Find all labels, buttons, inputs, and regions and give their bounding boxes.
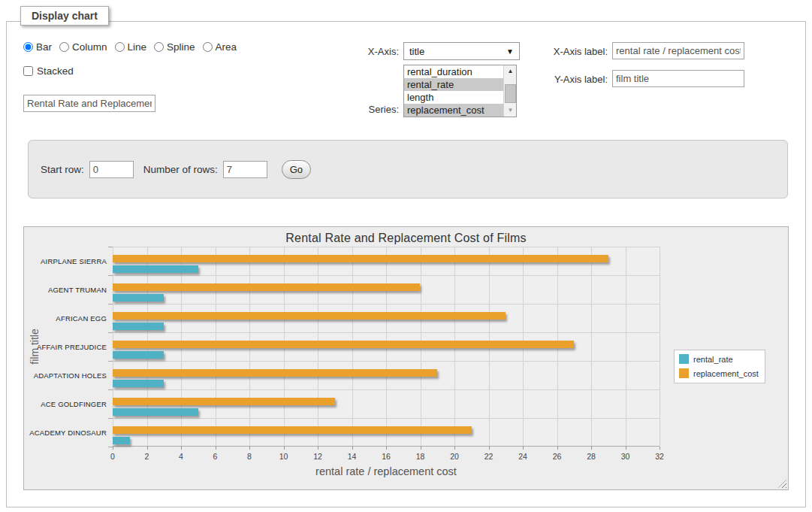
- x-axis-tick: [284, 447, 285, 450]
- series-options: rental_durationrental_ratelengthreplacem…: [404, 65, 503, 117]
- chart-title-input[interactable]: [23, 95, 155, 112]
- chart-type-label: Line: [128, 41, 147, 53]
- bar-rental_rate[interactable]: [113, 265, 198, 273]
- x-axis-tick-label: 0: [110, 452, 115, 461]
- x-axis-tick-label: 14: [348, 452, 357, 461]
- x-axis-select[interactable]: title ▼: [403, 42, 520, 60]
- x-axis-tick-label: 22: [484, 452, 494, 461]
- bar-replacement_cost[interactable]: [113, 341, 574, 348]
- series-option-length[interactable]: length: [404, 91, 503, 104]
- bar-replacement_cost[interactable]: [113, 369, 437, 377]
- x-axis-tick: [352, 447, 353, 450]
- stacked-option[interactable]: Stacked: [23, 65, 74, 77]
- category-label: AFFAIR PREJUDICE: [24, 332, 107, 361]
- y-axis-tick: [108, 275, 113, 276]
- bar-group-airplane-sierra: [113, 247, 660, 275]
- legend-item-rental_rate[interactable]: rental_rate: [679, 354, 759, 364]
- chart-type-radio-spline[interactable]: [154, 42, 164, 52]
- y-axis-label-caption: Y-Axis label:: [533, 74, 608, 85]
- bar-rental_rate[interactable]: [113, 294, 164, 301]
- go-button[interactable]: Go: [282, 160, 311, 179]
- x-axis-tick: [660, 447, 660, 450]
- x-axis-tick-label: 10: [279, 452, 288, 461]
- chart-type-spline[interactable]: Spline: [154, 41, 195, 53]
- bar-replacement_cost[interactable]: [113, 255, 608, 262]
- y-axis-label-input[interactable]: [612, 70, 744, 87]
- chart-type-radio-line[interactable]: [115, 42, 125, 52]
- series-scrollbar[interactable]: ▲ ▼: [503, 65, 516, 117]
- bar-rental_rate[interactable]: [113, 351, 164, 359]
- stacked-checkbox[interactable]: [23, 66, 33, 76]
- bar-rental_rate[interactable]: [113, 380, 164, 387]
- chart-type-radio-area[interactable]: [203, 42, 213, 52]
- legend-item-replacement_cost[interactable]: replacement_cost: [679, 368, 759, 378]
- series-option-replacement_cost[interactable]: replacement_cost: [404, 104, 503, 117]
- bar-replacement_cost[interactable]: [113, 398, 335, 405]
- x-axis-selected-value: title: [404, 46, 506, 57]
- x-axis-tick: [591, 447, 592, 450]
- chart-type-radio-bar[interactable]: [23, 42, 33, 52]
- start-row-input[interactable]: [89, 161, 134, 178]
- legend-swatch-icon: [679, 354, 689, 364]
- x-axis-tick-label: 26: [553, 452, 562, 461]
- x-axis-tick: [523, 447, 524, 450]
- y-axis-tick: [108, 389, 113, 390]
- x-axis-tick: [386, 447, 387, 450]
- x-axis-tick-label: 20: [450, 452, 459, 461]
- series-select-label: Series:: [343, 104, 399, 115]
- scroll-down-icon[interactable]: ▼: [504, 105, 517, 117]
- y-axis-tick: [108, 418, 113, 419]
- x-axis-label-input[interactable]: [612, 42, 744, 59]
- x-axis-tick: [181, 447, 182, 450]
- x-axis-tick: [249, 447, 250, 450]
- display-chart-panel: Display chart BarColumnLineSplineArea St…: [6, 21, 806, 507]
- x-axis-tick: [113, 447, 113, 450]
- legend-swatch-icon: [679, 368, 689, 378]
- chart-type-line[interactable]: Line: [115, 41, 147, 53]
- bar-replacement_cost[interactable]: [113, 312, 506, 320]
- x-axis-tick: [626, 447, 626, 450]
- x-axis-tick-label: 12: [313, 452, 322, 461]
- category-label: ACADEMY DINOSAUR: [24, 418, 107, 447]
- legend-label: replacement_cost: [693, 369, 759, 378]
- x-axis-tick-label: 16: [382, 452, 391, 461]
- category-label: AGENT TRUMAN: [24, 275, 107, 304]
- x-axis-tick-label: 30: [621, 452, 630, 461]
- category-label: ADAPTATION HOLES: [24, 361, 107, 389]
- chart-type-label: Area: [216, 41, 237, 53]
- bar-replacement_cost[interactable]: [113, 426, 472, 434]
- chart-type-label: Column: [72, 41, 107, 53]
- chart-plot-area: [113, 247, 660, 447]
- chart-type-column[interactable]: Column: [59, 41, 107, 53]
- num-rows-input[interactable]: [223, 161, 267, 178]
- bar-rental_rate[interactable]: [113, 323, 164, 330]
- chart-container: Rental Rate and Replacement Cost of Film…: [23, 226, 789, 490]
- series-option-rental_rate[interactable]: rental_rate: [404, 78, 503, 91]
- category-label: AFRICAN EGG: [24, 304, 107, 332]
- row-range-panel: Start row: Number of rows: Go: [28, 140, 788, 198]
- resize-handle-icon[interactable]: [778, 480, 786, 488]
- panel-legend: Display chart: [20, 6, 109, 26]
- num-rows-label: Number of rows:: [143, 164, 218, 175]
- bar-group-ace-goldfinger: [113, 389, 660, 418]
- bar-replacement_cost[interactable]: [113, 283, 420, 291]
- series-multiselect[interactable]: rental_durationrental_ratelengthreplacem…: [403, 65, 517, 117]
- chart-type-radio-column[interactable]: [59, 42, 69, 52]
- chart-x-axis-title: rental rate / replacement cost: [113, 465, 660, 477]
- y-axis-tick: [108, 361, 113, 362]
- bar-group-affair-prejudice: [113, 332, 660, 361]
- chart-type-area[interactable]: Area: [203, 41, 237, 53]
- category-label: AIRPLANE SIERRA: [24, 247, 107, 275]
- x-axis-tick-label: 2: [145, 452, 149, 461]
- chart-title: Rental Rate and Replacement Cost of Film…: [24, 232, 788, 245]
- bar-rental_rate[interactable]: [113, 437, 130, 444]
- series-option-rental_duration[interactable]: rental_duration: [404, 65, 503, 78]
- chart-type-bar[interactable]: Bar: [23, 41, 52, 53]
- scroll-up-icon[interactable]: ▲: [504, 65, 517, 77]
- x-axis-tick-label: 4: [179, 452, 183, 461]
- chart-type-radios: BarColumnLineSplineArea: [23, 41, 244, 53]
- bar-rental_rate[interactable]: [113, 408, 198, 416]
- x-axis-tick: [454, 447, 455, 450]
- x-axis-tick-label: 6: [213, 452, 218, 461]
- scrollbar-thumb[interactable]: [505, 84, 516, 103]
